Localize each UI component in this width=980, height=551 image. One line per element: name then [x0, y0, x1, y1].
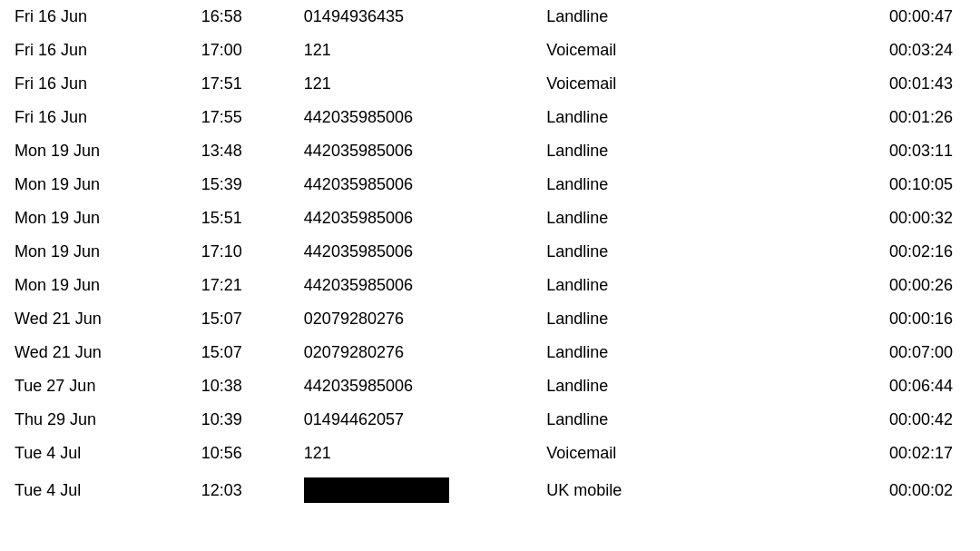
call-date: Tue 4 Jul — [0, 470, 187, 510]
call-number: 442035985006 — [289, 202, 532, 235]
call-number: 442035985006 — [289, 134, 532, 168]
call-duration: 00:06:44 — [812, 369, 980, 403]
call-time: 17:10 — [187, 235, 289, 269]
call-number: 121 — [289, 34, 532, 67]
table-row: Wed 21 Jun15:0702079280276Landline00:07:… — [0, 336, 980, 369]
redacted-number — [304, 477, 449, 503]
call-type: Landline — [532, 202, 812, 235]
call-duration: 00:03:11 — [812, 134, 980, 168]
call-duration: 00:00:26 — [812, 269, 980, 302]
call-type: Landline — [532, 302, 812, 336]
table-row: Mon 19 Jun17:21442035985006Landline00:00… — [0, 269, 980, 302]
table-row: Thu 29 Jun10:3901494462057Landline00:00:… — [0, 403, 980, 437]
call-time: 17:21 — [187, 269, 289, 302]
call-type: Landline — [532, 168, 812, 202]
call-type: Landline — [532, 101, 812, 134]
call-date: Thu 29 Jun — [0, 403, 187, 437]
call-time: 15:39 — [187, 168, 289, 202]
call-time: 13:48 — [187, 134, 289, 168]
call-time: 15:07 — [187, 336, 289, 369]
call-number: 01494462057 — [289, 403, 532, 437]
call-duration: 00:00:16 — [812, 302, 980, 336]
call-date: Fri 16 Jun — [0, 67, 187, 101]
call-number: 01494936435 — [289, 0, 532, 34]
call-type: Voicemail — [532, 437, 812, 470]
table-row: Tue 27 Jun10:38442035985006Landline00:06… — [0, 369, 980, 403]
call-duration: 00:03:24 — [812, 34, 980, 67]
call-time: 17:00 — [187, 34, 289, 67]
call-duration: 00:07:00 — [812, 336, 980, 369]
table-row: Fri 16 Jun17:51121Voicemail00:01:43 — [0, 67, 980, 101]
table-row: Wed 21 Jun15:0702079280276Landline00:00:… — [0, 302, 980, 336]
call-date: Tue 27 Jun — [0, 369, 187, 403]
call-duration: 00:02:16 — [812, 235, 980, 269]
call-date: Mon 19 Jun — [0, 168, 187, 202]
call-time: 12:03 — [187, 470, 289, 510]
call-type: Landline — [532, 336, 812, 369]
call-number: 02079280276 — [289, 336, 532, 369]
table-row: Mon 19 Jun15:39442035985006Landline00:10… — [0, 168, 980, 202]
call-type: Landline — [532, 134, 812, 168]
table-row: Tue 4 Jul12:03UK mobile00:00:02 — [0, 470, 980, 510]
call-number: 442035985006 — [289, 235, 532, 269]
call-log-table: Fri 16 Jun16:5801494936435Landline00:00:… — [0, 0, 980, 510]
call-date: Mon 19 Jun — [0, 202, 187, 235]
call-number: 442035985006 — [289, 101, 532, 134]
call-number — [289, 470, 532, 510]
call-number: 121 — [289, 67, 532, 101]
call-duration: 00:00:47 — [812, 0, 980, 34]
call-number: 442035985006 — [289, 168, 532, 202]
call-number: 442035985006 — [289, 269, 532, 302]
call-time: 16:58 — [187, 0, 289, 34]
call-date: Fri 16 Jun — [0, 34, 187, 67]
call-duration: 00:00:42 — [812, 403, 980, 437]
call-type: UK mobile — [532, 470, 812, 510]
call-type: Voicemail — [532, 34, 812, 67]
table-row: Tue 4 Jul10:56121Voicemail00:02:17 — [0, 437, 980, 470]
call-date: Mon 19 Jun — [0, 134, 187, 168]
call-date: Tue 4 Jul — [0, 437, 187, 470]
call-date: Mon 19 Jun — [0, 269, 187, 302]
call-duration: 00:10:05 — [812, 168, 980, 202]
call-type: Voicemail — [532, 67, 812, 101]
call-date: Fri 16 Jun — [0, 0, 187, 34]
call-number: 02079280276 — [289, 302, 532, 336]
table-row: Mon 19 Jun13:48442035985006Landline00:03… — [0, 134, 980, 168]
call-date: Wed 21 Jun — [0, 336, 187, 369]
call-type: Landline — [532, 235, 812, 269]
call-number: 121 — [289, 437, 532, 470]
call-type: Landline — [532, 369, 812, 403]
call-duration: 00:02:17 — [812, 437, 980, 470]
call-number: 442035985006 — [289, 369, 532, 403]
call-duration: 00:00:02 — [812, 470, 980, 510]
call-date: Mon 19 Jun — [0, 235, 187, 269]
call-type: Landline — [532, 0, 812, 34]
call-log-table-container: Fri 16 Jun16:5801494936435Landline00:00:… — [0, 0, 980, 551]
call-time: 17:55 — [187, 101, 289, 134]
call-type: Landline — [532, 403, 812, 437]
call-time: 17:51 — [187, 67, 289, 101]
call-duration: 00:01:26 — [812, 101, 980, 134]
call-time: 15:51 — [187, 202, 289, 235]
table-row: Fri 16 Jun17:00121Voicemail00:03:24 — [0, 34, 980, 67]
table-row: Mon 19 Jun15:51442035985006Landline00:00… — [0, 202, 980, 235]
table-row: Fri 16 Jun17:55442035985006Landline00:01… — [0, 101, 980, 134]
call-time: 10:56 — [187, 437, 289, 470]
call-time: 10:38 — [187, 369, 289, 403]
table-row: Fri 16 Jun16:5801494936435Landline00:00:… — [0, 0, 980, 34]
table-row: Mon 19 Jun17:10442035985006Landline00:02… — [0, 235, 980, 269]
call-time: 10:39 — [187, 403, 289, 437]
call-date: Wed 21 Jun — [0, 302, 187, 336]
call-type: Landline — [532, 269, 812, 302]
call-time: 15:07 — [187, 302, 289, 336]
call-duration: 00:00:32 — [812, 202, 980, 235]
call-date: Fri 16 Jun — [0, 101, 187, 134]
call-duration: 00:01:43 — [812, 67, 980, 101]
